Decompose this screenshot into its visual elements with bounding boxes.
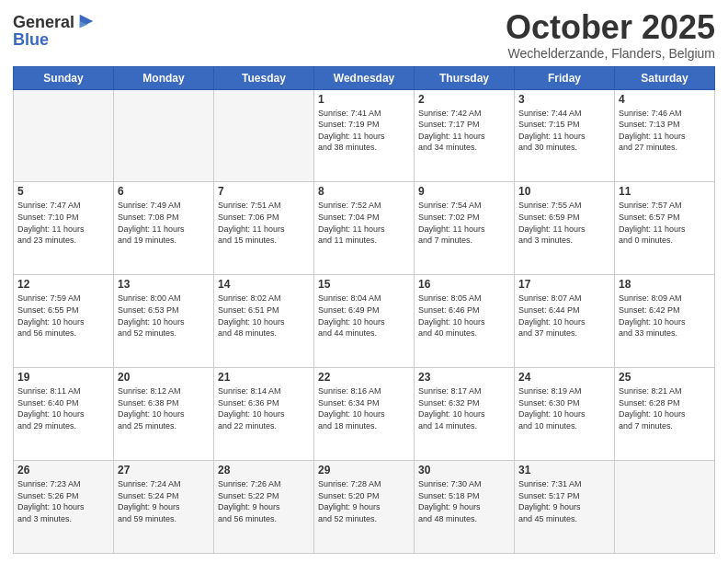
- calendar-cell: 29Sunrise: 7:28 AM Sunset: 5:20 PM Dayli…: [314, 461, 415, 554]
- day-number: 26: [17, 464, 109, 477]
- calendar-cell: 31Sunrise: 7:31 AM Sunset: 5:17 PM Dayli…: [515, 461, 615, 554]
- day-info: Sunrise: 7:57 AM Sunset: 6:57 PM Dayligh…: [619, 200, 711, 246]
- day-of-week-header: Wednesday: [314, 66, 415, 89]
- day-number: 13: [118, 278, 210, 291]
- day-info: Sunrise: 7:49 AM Sunset: 7:08 PM Dayligh…: [118, 200, 210, 246]
- day-info: Sunrise: 8:09 AM Sunset: 6:42 PM Dayligh…: [619, 293, 711, 339]
- day-info: Sunrise: 7:51 AM Sunset: 7:06 PM Dayligh…: [218, 200, 310, 246]
- calendar-cell: 14Sunrise: 8:02 AM Sunset: 6:51 PM Dayli…: [214, 275, 314, 368]
- day-number: 8: [318, 185, 410, 198]
- day-info: Sunrise: 7:24 AM Sunset: 5:24 PM Dayligh…: [118, 478, 210, 524]
- day-info: Sunrise: 8:14 AM Sunset: 6:36 PM Dayligh…: [218, 385, 310, 431]
- calendar-cell: 18Sunrise: 8:09 AM Sunset: 6:42 PM Dayli…: [615, 275, 715, 368]
- day-of-week-header: Monday: [114, 66, 214, 89]
- day-number: 4: [619, 93, 711, 106]
- calendar-cell: [14, 89, 114, 182]
- day-info: Sunrise: 7:44 AM Sunset: 7:15 PM Dayligh…: [518, 108, 610, 154]
- calendar-cell: 27Sunrise: 7:24 AM Sunset: 5:24 PM Dayli…: [114, 461, 214, 554]
- calendar-cell: 5Sunrise: 7:47 AM Sunset: 7:10 PM Daylig…: [14, 182, 114, 275]
- day-info: Sunrise: 7:26 AM Sunset: 5:22 PM Dayligh…: [218, 478, 310, 524]
- calendar-week-row: 12Sunrise: 7:59 AM Sunset: 6:55 PM Dayli…: [14, 275, 715, 368]
- day-number: 9: [418, 185, 510, 198]
- day-number: 31: [518, 464, 610, 477]
- day-number: 21: [218, 371, 310, 384]
- day-of-week-header: Saturday: [615, 66, 715, 89]
- calendar-cell: 8Sunrise: 7:52 AM Sunset: 7:04 PM Daylig…: [314, 182, 415, 275]
- day-info: Sunrise: 8:11 AM Sunset: 6:40 PM Dayligh…: [17, 385, 109, 431]
- day-number: 22: [318, 371, 410, 384]
- calendar-cell: 6Sunrise: 7:49 AM Sunset: 7:08 PM Daylig…: [114, 182, 214, 275]
- day-info: Sunrise: 7:52 AM Sunset: 7:04 PM Dayligh…: [318, 200, 410, 246]
- calendar-cell: 21Sunrise: 8:14 AM Sunset: 6:36 PM Dayli…: [214, 368, 314, 461]
- day-number: 18: [619, 278, 711, 291]
- day-info: Sunrise: 7:31 AM Sunset: 5:17 PM Dayligh…: [518, 478, 610, 524]
- day-number: 2: [418, 93, 510, 106]
- day-info: Sunrise: 8:19 AM Sunset: 6:30 PM Dayligh…: [518, 385, 610, 431]
- logo-blue-text: Blue: [13, 30, 97, 50]
- day-number: 12: [17, 278, 109, 291]
- day-number: 11: [619, 185, 711, 198]
- day-of-week-header: Thursday: [415, 66, 515, 89]
- day-info: Sunrise: 7:28 AM Sunset: 5:20 PM Dayligh…: [318, 478, 410, 524]
- calendar-week-row: 1Sunrise: 7:41 AM Sunset: 7:19 PM Daylig…: [14, 89, 715, 182]
- day-info: Sunrise: 7:59 AM Sunset: 6:55 PM Dayligh…: [17, 293, 109, 339]
- day-info: Sunrise: 8:07 AM Sunset: 6:44 PM Dayligh…: [518, 293, 610, 339]
- day-of-week-header: Sunday: [14, 66, 114, 89]
- day-number: 3: [518, 93, 610, 106]
- page: General Blue October 2025 Wechelderzande…: [0, 0, 728, 563]
- location-subtitle: Wechelderzande, Flanders, Belgium: [506, 46, 715, 61]
- calendar-cell: 17Sunrise: 8:07 AM Sunset: 6:44 PM Dayli…: [515, 275, 615, 368]
- day-info: Sunrise: 7:41 AM Sunset: 7:19 PM Dayligh…: [318, 108, 410, 154]
- day-info: Sunrise: 8:00 AM Sunset: 6:53 PM Dayligh…: [118, 293, 210, 339]
- day-number: 25: [619, 371, 711, 384]
- day-info: Sunrise: 8:21 AM Sunset: 6:28 PM Dayligh…: [619, 385, 711, 431]
- day-number: 24: [518, 371, 610, 384]
- calendar-cell: [615, 461, 715, 554]
- day-number: 19: [17, 371, 109, 384]
- calendar-week-row: 19Sunrise: 8:11 AM Sunset: 6:40 PM Dayli…: [14, 368, 715, 461]
- day-info: Sunrise: 7:23 AM Sunset: 5:26 PM Dayligh…: [17, 478, 109, 524]
- calendar-cell: 7Sunrise: 7:51 AM Sunset: 7:06 PM Daylig…: [214, 182, 314, 275]
- day-info: Sunrise: 7:47 AM Sunset: 7:10 PM Dayligh…: [17, 200, 109, 246]
- day-number: 6: [118, 185, 210, 198]
- calendar-cell: 26Sunrise: 7:23 AM Sunset: 5:26 PM Dayli…: [14, 461, 114, 554]
- day-info: Sunrise: 8:04 AM Sunset: 6:49 PM Dayligh…: [318, 293, 410, 339]
- calendar-cell: 20Sunrise: 8:12 AM Sunset: 6:38 PM Dayli…: [114, 368, 214, 461]
- day-number: 30: [418, 464, 510, 477]
- day-number: 28: [218, 464, 310, 477]
- day-info: Sunrise: 8:02 AM Sunset: 6:51 PM Dayligh…: [218, 293, 310, 339]
- calendar-table: SundayMondayTuesdayWednesdayThursdayFrid…: [13, 66, 715, 554]
- calendar-cell: 23Sunrise: 8:17 AM Sunset: 6:32 PM Dayli…: [415, 368, 515, 461]
- month-title: October 2025: [506, 9, 715, 46]
- header: General Blue October 2025 Wechelderzande…: [13, 9, 715, 61]
- day-info: Sunrise: 8:05 AM Sunset: 6:46 PM Dayligh…: [418, 293, 510, 339]
- day-number: 7: [218, 185, 310, 198]
- day-number: 23: [418, 371, 510, 384]
- calendar-cell: [214, 89, 314, 182]
- calendar-cell: 19Sunrise: 8:11 AM Sunset: 6:40 PM Dayli…: [14, 368, 114, 461]
- day-number: 29: [318, 464, 410, 477]
- day-number: 16: [418, 278, 510, 291]
- calendar-header-row: SundayMondayTuesdayWednesdayThursdayFrid…: [14, 66, 715, 89]
- calendar-cell: 30Sunrise: 7:30 AM Sunset: 5:18 PM Dayli…: [415, 461, 515, 554]
- day-number: 15: [318, 278, 410, 291]
- calendar-cell: 4Sunrise: 7:46 AM Sunset: 7:13 PM Daylig…: [615, 89, 715, 182]
- day-number: 14: [218, 278, 310, 291]
- calendar-cell: 28Sunrise: 7:26 AM Sunset: 5:22 PM Dayli…: [214, 461, 314, 554]
- calendar-cell: [114, 89, 214, 182]
- logo: General Blue: [13, 13, 97, 50]
- calendar-cell: 1Sunrise: 7:41 AM Sunset: 7:19 PM Daylig…: [314, 89, 415, 182]
- day-info: Sunrise: 7:30 AM Sunset: 5:18 PM Dayligh…: [418, 478, 510, 524]
- calendar-cell: 13Sunrise: 8:00 AM Sunset: 6:53 PM Dayli…: [114, 275, 214, 368]
- title-block: October 2025 Wechelderzande, Flanders, B…: [506, 9, 715, 61]
- calendar-cell: 22Sunrise: 8:16 AM Sunset: 6:34 PM Dayli…: [314, 368, 415, 461]
- calendar-week-row: 26Sunrise: 7:23 AM Sunset: 5:26 PM Dayli…: [14, 461, 715, 554]
- day-number: 5: [17, 185, 109, 198]
- calendar-cell: 25Sunrise: 8:21 AM Sunset: 6:28 PM Dayli…: [615, 368, 715, 461]
- day-info: Sunrise: 8:12 AM Sunset: 6:38 PM Dayligh…: [118, 385, 210, 431]
- day-number: 1: [318, 93, 410, 106]
- day-info: Sunrise: 8:17 AM Sunset: 6:32 PM Dayligh…: [418, 385, 510, 431]
- day-of-week-header: Tuesday: [214, 66, 314, 89]
- day-number: 27: [118, 464, 210, 477]
- calendar-cell: 16Sunrise: 8:05 AM Sunset: 6:46 PM Dayli…: [415, 275, 515, 368]
